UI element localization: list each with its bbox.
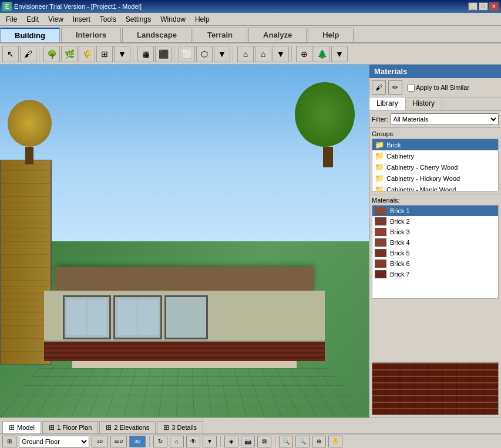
folder-icon-5: 📁 xyxy=(375,185,384,191)
tab-model[interactable]: ⊞ Model xyxy=(2,421,41,433)
rotate-btn[interactable]: ↻ xyxy=(153,436,167,447)
menu-insert[interactable]: Insert xyxy=(68,14,95,25)
display-btn[interactable]: ⊠ xyxy=(257,436,271,447)
status-sep-3 xyxy=(275,436,275,447)
eyedropper-button[interactable]: ✏ xyxy=(388,80,402,95)
home-btn[interactable]: ⌂ xyxy=(170,436,184,447)
close-button[interactable]: ✕ xyxy=(489,2,499,11)
pan-btn[interactable]: ✋ xyxy=(328,436,342,447)
minimize-button[interactable]: _ xyxy=(468,2,478,11)
status-sep-2 xyxy=(220,436,221,447)
menu-settings[interactable]: Settings xyxy=(121,14,156,25)
group-item-hickory[interactable]: 📁 Cabinetry - Hickory Wood xyxy=(372,173,498,184)
select-tool-button[interactable]: ↖ xyxy=(2,46,19,62)
material-item-brick1[interactable]: Brick 1 xyxy=(372,206,498,216)
tree-right xyxy=(295,82,361,167)
menu-window[interactable]: Window xyxy=(156,14,190,25)
group-name-maple: Cabinetry - Maple Wood xyxy=(386,186,456,192)
tab-floor-plan[interactable]: ⊞ 1 Floor Plan xyxy=(42,421,98,433)
structure-button[interactable]: ⌂ xyxy=(255,46,271,62)
history-tab[interactable]: History xyxy=(406,97,442,110)
material-item-brick5[interactable]: Brick 5 xyxy=(372,248,498,258)
tab-details[interactable]: ⊞ 3 Details xyxy=(157,421,203,433)
group-name-cherry: Cabinetry - Cherry Wood xyxy=(386,164,458,171)
tab-elevations[interactable]: ⊞ 2 Elevations xyxy=(99,421,156,433)
deck-button[interactable]: ⬡ xyxy=(196,46,213,62)
shrub-button[interactable]: 🌿 xyxy=(61,46,78,62)
tab-landscape[interactable]: Landscape xyxy=(122,28,191,42)
camera-btn[interactable]: 📷 xyxy=(241,436,255,447)
dropdown-btn-1[interactable]: ▼ xyxy=(114,46,130,62)
view-2d-btn[interactable]: 2D xyxy=(92,436,108,447)
dropdown-view-btn[interactable]: ▼ xyxy=(203,436,217,447)
status-icon-btn[interactable]: ⊞ xyxy=(2,436,16,447)
model-tab-label: Model xyxy=(17,424,35,431)
restore-button[interactable]: □ xyxy=(479,2,488,11)
view-btn[interactable]: 👁 xyxy=(186,436,200,447)
apply-all-label: Apply to All Similar xyxy=(407,84,469,92)
groups-list[interactable]: 📁 Brick 📁 Cabinetry 📁 Cabinetry - Cherry… xyxy=(372,139,499,191)
view-a2d-btn[interactable]: a2D xyxy=(110,436,127,447)
plant-button[interactable]: 🌾 xyxy=(79,46,95,62)
menu-tools[interactable]: Tools xyxy=(95,14,121,25)
group-item-maple[interactable]: 📁 Cabinetry - Maple Wood xyxy=(372,184,498,191)
zoom-in-btn[interactable]: 🔍 xyxy=(279,436,293,447)
render-btn[interactable]: ◈ xyxy=(224,436,238,447)
tab-terrain[interactable]: Terrain xyxy=(193,28,247,42)
tab-building[interactable]: Building xyxy=(0,28,60,42)
material-item-brick6[interactable]: Brick 6 xyxy=(372,258,498,269)
tab-analyze[interactable]: Analyze xyxy=(248,28,307,42)
menu-file[interactable]: File xyxy=(1,14,22,25)
materials-items-section: Materials: Brick 1 Brick 2 Brick 3 Brick… xyxy=(369,194,501,360)
details-tab-label: 3 Details xyxy=(172,424,197,431)
menu-edit[interactable]: Edit xyxy=(22,14,43,25)
paint-material-button[interactable]: 🖌 xyxy=(372,80,386,95)
toolbar-sep-4 xyxy=(233,46,235,62)
floor-select[interactable]: Ground Floor xyxy=(19,436,89,447)
apply-all-checkbox[interactable] xyxy=(407,84,415,92)
menu-view[interactable]: View xyxy=(43,14,68,25)
material-item-brick4[interactable]: Brick 4 xyxy=(372,237,498,248)
view-3d-btn[interactable]: 3D xyxy=(129,436,146,447)
zoom-out-btn[interactable]: 🔍 xyxy=(295,436,310,447)
filter-select[interactable]: All Materials xyxy=(391,113,499,125)
swatch-brick5 xyxy=(375,249,386,257)
material-item-brick7[interactable]: Brick 7 xyxy=(372,269,498,279)
tree-button[interactable]: 🌳 xyxy=(43,46,60,62)
library-tab[interactable]: Library xyxy=(369,97,406,110)
swatch-brick1 xyxy=(375,207,386,215)
materials-list[interactable]: Brick 1 Brick 2 Brick 3 Brick 4 Brick 5 xyxy=(372,205,499,299)
wall-button[interactable]: ▦ xyxy=(137,46,154,62)
materials-panel: Materials 🖌 ✏ Apply to All Similar Libra… xyxy=(369,65,501,417)
paint-tool-button[interactable]: 🖌 xyxy=(20,46,36,62)
menu-help[interactable]: Help xyxy=(190,14,214,25)
group-name-brick: Brick xyxy=(386,142,401,149)
pool-button[interactable]: ⬜ xyxy=(179,46,195,62)
playground-button[interactable]: ⊕ xyxy=(296,46,312,62)
filter-label: Filter: xyxy=(372,116,388,123)
group-item-brick[interactable]: 📁 Brick xyxy=(372,139,498,150)
details-tab-icon: ⊞ xyxy=(163,423,169,432)
swatch-brick2 xyxy=(375,217,386,225)
gazebo-button[interactable]: ⌂ xyxy=(237,46,254,62)
folder-icon-2: 📁 xyxy=(375,151,384,160)
road-button[interactable]: ⬛ xyxy=(155,46,172,62)
zoom-fit-btn[interactable]: ⊕ xyxy=(312,436,326,447)
tree2-button[interactable]: 🌲 xyxy=(314,46,330,62)
materials-filter: Filter: All Materials xyxy=(369,111,501,128)
fence-button[interactable]: ⊞ xyxy=(96,46,113,62)
dropdown-btn-2[interactable]: ▼ xyxy=(214,46,230,62)
nav-tabs: Building Interiors Landscape Terrain Ana… xyxy=(0,26,501,43)
group-item-cherry[interactable]: 📁 Cabinetry - Cherry Wood xyxy=(372,161,498,173)
swatch-brick3 xyxy=(375,228,386,236)
tab-help[interactable]: Help xyxy=(308,28,354,42)
dropdown-btn-3[interactable]: ▼ xyxy=(273,46,289,62)
dropdown-btn-4[interactable]: ▼ xyxy=(331,46,348,62)
material-item-brick3[interactable]: Brick 3 xyxy=(372,227,498,237)
material-item-brick2[interactable]: Brick 2 xyxy=(372,216,498,227)
tab-interiors[interactable]: Interiors xyxy=(61,28,121,42)
swatch-brick7 xyxy=(375,270,386,278)
group-name-hickory: Cabinetry - Hickory Wood xyxy=(386,175,460,182)
group-item-cabinetry[interactable]: 📁 Cabinetry xyxy=(372,150,498,161)
3d-viewport[interactable] xyxy=(0,65,369,417)
